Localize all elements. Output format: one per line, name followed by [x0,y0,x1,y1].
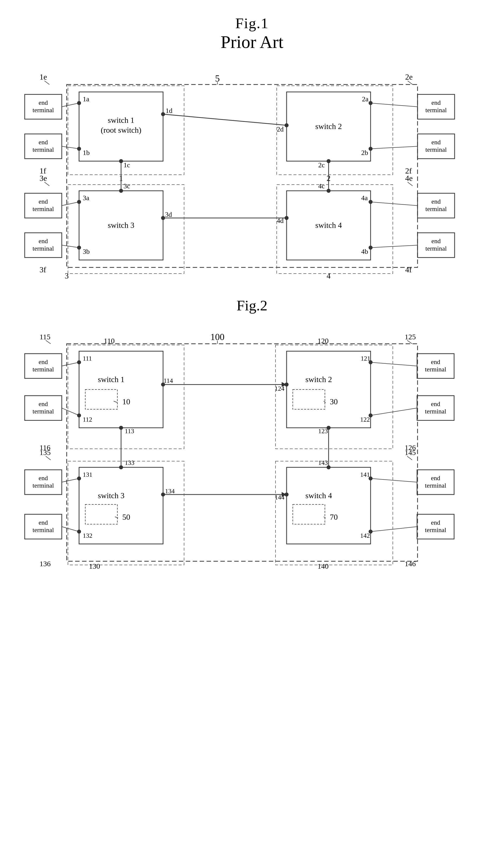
svg-text:113: 113 [125,428,134,435]
svg-text:130: 130 [89,562,100,570]
svg-line-49 [44,81,49,85]
svg-text:terminal: terminal [33,205,54,213]
svg-text:1b: 1b [83,149,90,157]
svg-line-90 [371,245,417,248]
svg-text:1: 1 [119,174,123,183]
svg-text:switch 3: switch 3 [108,221,134,230]
svg-text:end: end [38,400,48,408]
svg-text:1e: 1e [39,72,47,81]
svg-text:end: end [38,139,48,146]
svg-text:4b: 4b [361,248,368,255]
svg-text:5: 5 [215,73,220,84]
svg-text:end: end [431,358,440,365]
svg-text:2e: 2e [405,72,413,81]
svg-line-203 [371,527,417,532]
svg-text:switch 1: switch 1 [98,375,125,384]
svg-text:4: 4 [327,271,330,280]
svg-text:terminal: terminal [33,107,54,114]
svg-text:switch 4: switch 4 [315,221,342,230]
svg-rect-110 [293,390,325,409]
svg-text:2: 2 [327,174,330,183]
svg-text:end: end [431,519,440,526]
fig2-title: Fig.2 [0,297,504,314]
svg-text:2c: 2c [318,161,325,169]
svg-text:end: end [38,99,48,106]
svg-line-107 [114,401,118,402]
svg-text:terminal: terminal [425,408,447,415]
svg-rect-115 [85,504,118,524]
svg-text:terminal: terminal [426,146,447,153]
svg-text:switch 4: switch 4 [305,491,332,500]
svg-text:1a: 1a [83,95,89,103]
svg-text:112: 112 [83,416,92,423]
svg-line-199 [371,479,417,482]
svg-rect-118 [287,467,371,544]
svg-text:2d: 2d [277,125,284,133]
svg-text:end: end [38,358,48,365]
svg-text:50: 50 [122,513,130,521]
svg-text:terminal: terminal [426,205,447,213]
svg-text:4a: 4a [361,194,368,202]
svg-text:3: 3 [65,271,69,280]
svg-text:1c: 1c [124,161,130,169]
fig2-diagram: 100 switch 1 10 switch 2 30 switch 3 50 … [17,319,487,578]
svg-text:3e: 3e [39,174,47,183]
svg-text:end: end [38,198,48,205]
svg-rect-207 [275,345,393,449]
svg-text:3a: 3a [83,194,89,202]
svg-text:switch 1: switch 1 [108,116,134,125]
svg-text:111: 111 [83,355,92,362]
svg-text:122: 122 [360,416,370,423]
svg-rect-105 [85,390,118,409]
svg-text:2b: 2b [361,149,368,157]
svg-text:114: 114 [164,377,173,384]
svg-text:end: end [431,400,440,408]
svg-text:4e: 4e [405,174,413,183]
svg-text:terminal: terminal [33,366,54,373]
svg-line-188 [62,479,79,482]
fig1-title: Fig.1 [0,0,504,32]
svg-line-79 [62,245,79,248]
svg-line-82 [408,182,413,186]
svg-text:140: 140 [318,562,329,570]
svg-text:terminal: terminal [425,526,447,534]
svg-text:123: 123 [318,428,328,435]
svg-text:terminal: terminal [33,482,54,489]
svg-text:2a: 2a [362,95,368,103]
svg-text:115: 115 [39,333,50,341]
svg-text:132: 132 [83,532,92,539]
svg-text:70: 70 [330,513,338,521]
svg-text:end: end [38,475,48,482]
svg-line-195 [407,456,412,460]
svg-text:terminal: terminal [33,408,54,415]
svg-text:133: 133 [125,459,134,466]
svg-text:terminal: terminal [426,107,447,114]
fig1-subtitle: Prior Art [0,32,504,52]
svg-line-166 [62,362,79,366]
svg-text:1d: 1d [165,107,173,114]
svg-text:end: end [431,237,441,245]
svg-text:141: 141 [360,471,370,478]
svg-text:terminal: terminal [425,366,447,373]
svg-text:145: 145 [405,448,416,457]
fig1-diagram: 5 switch 1 (root switch) switch 2 switch… [17,60,487,282]
svg-text:10: 10 [122,397,130,406]
svg-text:end: end [431,139,441,146]
svg-text:3c: 3c [124,182,130,190]
svg-line-162 [46,340,51,344]
svg-text:terminal: terminal [425,482,447,489]
svg-text:143: 143 [318,459,328,466]
svg-text:100: 100 [211,332,224,342]
svg-text:terminal: terminal [426,245,447,252]
svg-text:146: 146 [405,559,416,568]
svg-text:125: 125 [405,333,416,341]
svg-text:switch 2: switch 2 [315,122,342,131]
svg-text:135: 135 [39,448,51,457]
svg-text:end: end [38,519,48,526]
svg-text:4f: 4f [405,265,412,274]
svg-text:131: 131 [83,471,92,478]
svg-line-177 [371,362,417,366]
svg-text:end: end [431,198,441,205]
svg-line-68 [371,146,417,149]
svg-text:terminal: terminal [33,146,54,153]
